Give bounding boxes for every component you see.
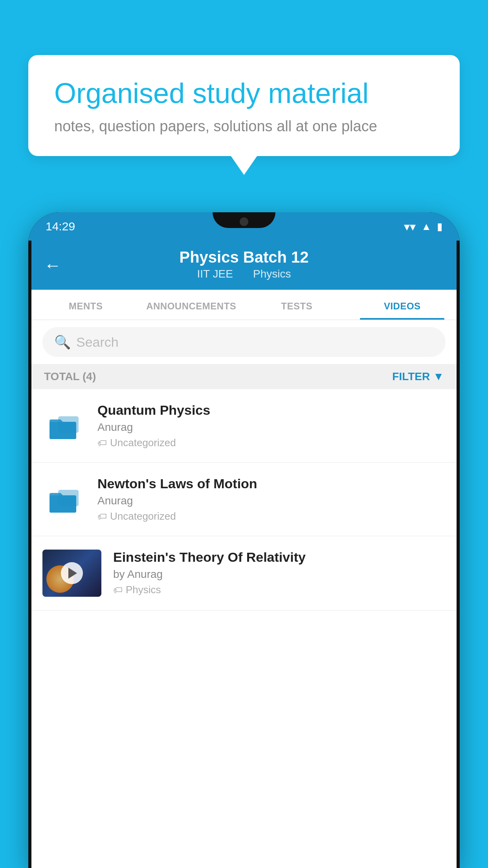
status-icons: ▾▾ ▲ ▮: [404, 220, 442, 234]
tag-text: Uncategorized: [110, 437, 176, 449]
play-circle: [61, 562, 83, 584]
bubble-title: Organised study material: [54, 76, 434, 110]
speech-bubble: Organised study material notes, question…: [28, 55, 460, 156]
tag-text: Physics: [126, 584, 161, 596]
tab-ments[interactable]: MENTS: [33, 290, 139, 320]
video-author: Anurag: [97, 495, 446, 507]
search-placeholder: Search: [76, 335, 119, 350]
tab-announcements[interactable]: ANNOUNCEMENTS: [139, 290, 244, 320]
filter-icon: ▼: [433, 370, 444, 383]
header-title: Physics Batch 12: [47, 248, 441, 266]
folder-icon: [42, 406, 86, 449]
svg-rect-3: [50, 495, 76, 513]
tag-text: Uncategorized: [110, 510, 176, 522]
play-triangle-icon: [68, 568, 77, 579]
app-header: ← Physics Batch 12 IIT JEE Physics: [31, 241, 457, 290]
phone-notch: [213, 212, 275, 228]
header-subtitle: IIT JEE Physics: [47, 268, 441, 280]
tab-tests[interactable]: TESTS: [244, 290, 350, 320]
video-info: Einstein's Theory Of Relativity by Anura…: [113, 550, 446, 596]
tag-icon: 🏷: [97, 511, 107, 522]
video-tag: 🏷 Uncategorized: [97, 437, 446, 449]
video-info: Quantum Physics Anurag 🏷 Uncategorized: [97, 403, 446, 449]
tag-icon: 🏷: [113, 585, 123, 596]
video-list: Quantum Physics Anurag 🏷 Uncategorized: [31, 389, 457, 868]
status-bar: 14:29 ▾▾ ▲ ▮: [28, 212, 460, 241]
filter-bar: TOTAL (4) FILTER ▼: [31, 364, 457, 389]
list-item[interactable]: Newton's Laws of Motion Anurag 🏷 Uncateg…: [31, 463, 457, 536]
search-box[interactable]: 🔍 Search: [42, 327, 446, 357]
video-title: Quantum Physics: [97, 403, 446, 418]
filter-button[interactable]: FILTER ▼: [392, 370, 444, 383]
video-tag: 🏷 Physics: [113, 584, 446, 596]
phone-content: ← Physics Batch 12 IIT JEE Physics MENTS…: [31, 241, 457, 868]
header-subtitle-iitjee: IIT JEE: [197, 268, 233, 280]
video-info: Newton's Laws of Motion Anurag 🏷 Uncateg…: [97, 476, 446, 522]
video-author: Anurag: [97, 421, 446, 434]
search-container: 🔍 Search: [31, 320, 457, 364]
wifi-icon: ▾▾: [404, 220, 416, 234]
video-thumbnail: [42, 550, 101, 597]
search-icon: 🔍: [54, 334, 71, 350]
list-item[interactable]: Quantum Physics Anurag 🏷 Uncategorized: [31, 389, 457, 463]
tabs-bar: MENTS ANNOUNCEMENTS TESTS VIDEOS: [31, 290, 457, 320]
status-time: 14:29: [46, 220, 75, 233]
video-title: Newton's Laws of Motion: [97, 476, 446, 491]
folder-icon: [42, 479, 86, 522]
phone-frame: 14:29 ▾▾ ▲ ▮ ← Physics Batch 12 IIT JEE …: [28, 212, 460, 868]
back-button[interactable]: ←: [44, 256, 61, 275]
camera-icon: [240, 217, 248, 226]
battery-icon: ▮: [437, 221, 442, 233]
list-item[interactable]: Einstein's Theory Of Relativity by Anura…: [31, 536, 457, 611]
svg-rect-1: [50, 422, 76, 439]
header-subtitle-physics: Physics: [253, 268, 291, 280]
total-count: TOTAL (4): [44, 370, 96, 383]
tab-videos[interactable]: VIDEOS: [350, 290, 455, 320]
video-title: Einstein's Theory Of Relativity: [113, 550, 446, 565]
video-tag: 🏷 Uncategorized: [97, 510, 446, 522]
video-author: by Anurag: [113, 568, 446, 581]
filter-label: FILTER: [392, 370, 430, 383]
play-button-overlay[interactable]: [42, 550, 101, 597]
bubble-subtitle: notes, question papers, solutions all at…: [54, 118, 434, 135]
signal-icon: ▲: [421, 221, 431, 233]
tag-icon: 🏷: [97, 438, 107, 449]
